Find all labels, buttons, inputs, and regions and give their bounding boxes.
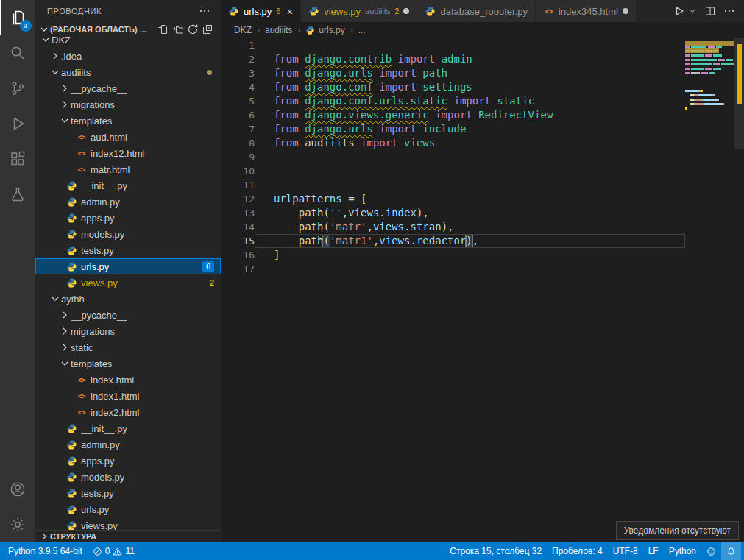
code-line-12[interactable]: 12urlpatterns = [ bbox=[221, 192, 744, 206]
activity-item-extensions[interactable] bbox=[0, 141, 35, 177]
tree-item-dkz[interactable]: DKZ bbox=[35, 37, 221, 48]
code-line-1[interactable]: 1 bbox=[221, 38, 744, 52]
tree-item-migrations[interactable]: migrations bbox=[35, 323, 221, 339]
indent-spacer bbox=[59, 277, 66, 288]
code-editor[interactable]: 12from django.contrib import admin3from … bbox=[221, 38, 744, 542]
line-number: 3 bbox=[221, 66, 255, 80]
tree-item-admin-py[interactable]: admin.py bbox=[35, 194, 221, 210]
language-mode-status[interactable]: Python bbox=[664, 542, 701, 560]
breadcrumb-item-ellipsis[interactable]: ... bbox=[358, 25, 366, 35]
code-line-7[interactable]: 7from django.urls import include bbox=[221, 122, 744, 136]
tree-item-views-py[interactable]: views.py bbox=[35, 517, 221, 530]
refresh-icon[interactable] bbox=[187, 24, 199, 35]
cursor-position-status[interactable]: Строка 15, столбец 32 bbox=[444, 542, 547, 560]
code-line-13[interactable]: 13 path('',views.index), bbox=[221, 206, 744, 220]
tree-item-views-py[interactable]: views.py2 bbox=[35, 274, 221, 291]
tab-urls-py[interactable]: urls.py6× bbox=[221, 0, 301, 22]
activity-item-account[interactable] bbox=[0, 472, 35, 507]
code-line-17[interactable]: 17 bbox=[221, 262, 744, 276]
tree-item-apps-py[interactable]: apps.py bbox=[35, 453, 221, 469]
tab-index345-html[interactable]: <>index345.html bbox=[536, 0, 637, 22]
split-editor-icon[interactable] bbox=[704, 5, 716, 17]
python-file-icon bbox=[66, 472, 77, 483]
code-line-8[interactable]: 8from audiiits import views bbox=[221, 136, 744, 150]
new-folder-icon[interactable] bbox=[172, 24, 184, 35]
minimap-highlight bbox=[685, 48, 719, 53]
indentation-status[interactable]: Пробелов: 4 bbox=[547, 542, 608, 560]
tree-item-matr-html[interactable]: <>matr.html bbox=[35, 161, 221, 177]
tree-item-aud-html[interactable]: <>aud.html bbox=[35, 129, 221, 145]
activity-item-run-debug[interactable] bbox=[0, 106, 35, 141]
tree-item-aythh[interactable]: aythh bbox=[35, 291, 221, 307]
tree-item-apps-py[interactable]: apps.py bbox=[35, 210, 221, 226]
activity-item-testing[interactable] bbox=[0, 177, 35, 212]
status-bar: Python 3.9.5 64-bit 0 11 Строка 15, стол… bbox=[0, 542, 744, 560]
problems-status[interactable]: 0 11 bbox=[88, 542, 140, 560]
feedback-button[interactable] bbox=[701, 542, 721, 560]
encoding-status[interactable]: UTF-8 bbox=[608, 542, 643, 560]
minimap[interactable] bbox=[685, 40, 734, 115]
tree-item-pycache[interactable]: __pycache__ bbox=[35, 307, 221, 323]
code-line-6[interactable]: 6from django.views.generic import Redire… bbox=[221, 108, 744, 122]
tab-bar: urls.py6×views.pyaudiiits2database_roout… bbox=[221, 0, 744, 22]
tree-item-pycache[interactable]: __pycache__ bbox=[35, 80, 221, 96]
tree-item-migrations[interactable]: migrations bbox=[35, 96, 221, 113]
code-line-9[interactable]: 9 bbox=[221, 150, 744, 164]
new-file-icon[interactable] bbox=[157, 24, 169, 35]
overview-ruler[interactable] bbox=[734, 38, 744, 542]
code-line-14[interactable]: 14 path('matr',views.stran), bbox=[221, 220, 744, 234]
tree-item-models-py[interactable]: models.py bbox=[35, 469, 221, 485]
tab-database-roouter-py[interactable]: database_roouter.py bbox=[417, 0, 536, 22]
python-interpreter-status[interactable]: Python 3.9.5 64-bit bbox=[3, 542, 88, 560]
tree-item-audiiits[interactable]: audiiits bbox=[35, 64, 221, 80]
breadcrumb-item-dkz[interactable]: DKZ bbox=[234, 25, 252, 35]
run-icon[interactable] bbox=[673, 5, 685, 17]
tree-item-tests-py[interactable]: tests.py bbox=[35, 242, 221, 258]
tree-item-index1-html[interactable]: <>index1.html bbox=[35, 388, 221, 404]
tree-item-init-py[interactable]: __init__.py bbox=[35, 420, 221, 436]
tree-item-admin-py[interactable]: admin.py bbox=[35, 436, 221, 453]
more-actions-icon[interactable] bbox=[199, 5, 210, 17]
code-line-16[interactable]: 16] bbox=[221, 248, 744, 262]
tree-item-index12-html[interactable]: <>index12.html bbox=[35, 145, 221, 161]
code-line-11[interactable]: 11 bbox=[221, 178, 744, 192]
close-icon[interactable]: × bbox=[286, 6, 293, 17]
tree-item-index2-html[interactable]: <>index2.html bbox=[35, 404, 221, 420]
code-line-15[interactable]: 15 path('matr1',views.redactor), bbox=[221, 234, 744, 248]
tree-item-label: __init__.py bbox=[81, 423, 127, 434]
code-line-3[interactable]: 3from django.urls import path bbox=[221, 66, 744, 80]
activity-item-settings[interactable] bbox=[0, 507, 35, 542]
python-file-icon bbox=[305, 26, 315, 35]
tree-item-index-html[interactable]: <>index.html bbox=[35, 372, 221, 388]
breadcrumb-item-audiiits[interactable]: audiiits bbox=[265, 25, 292, 35]
activity-item-source-control[interactable] bbox=[0, 71, 35, 106]
python-file-icon bbox=[66, 213, 77, 224]
workspace-section-header[interactable]: (РАБОЧАЯ ОБЛАСТЬ) ... bbox=[35, 22, 221, 37]
status-bar-right: Строка 15, столбец 32 Пробелов: 4 UTF-8 … bbox=[444, 542, 741, 560]
breadcrumb-item-urls-py[interactable]: urls.py bbox=[305, 25, 344, 35]
more-icon[interactable] bbox=[723, 5, 735, 17]
activity-item-search[interactable] bbox=[0, 35, 35, 71]
tree-item-models-py[interactable]: models.py bbox=[35, 226, 221, 242]
tree-item-urls-py[interactable]: urls.py6 bbox=[35, 258, 221, 274]
notifications-bell[interactable] bbox=[721, 542, 741, 560]
tab-problems-badge: 6 bbox=[276, 7, 280, 15]
activity-item-explorer[interactable]: 3 bbox=[0, 0, 35, 35]
tree-item-urls-py[interactable]: urls.py bbox=[35, 501, 221, 517]
tab-views-py[interactable]: views.pyaudiiits2 bbox=[301, 0, 417, 22]
tree-item-idea[interactable]: .idea bbox=[35, 48, 221, 64]
tree-item-init-py[interactable]: __init__.py bbox=[35, 177, 221, 194]
tree-item-tests-py[interactable]: tests.py bbox=[35, 485, 221, 501]
tree-item-static[interactable]: static bbox=[35, 339, 221, 355]
code-line-5[interactable]: 5from django.conf.urls.static import sta… bbox=[221, 94, 744, 108]
eol-status[interactable]: LF bbox=[643, 542, 664, 560]
tree-item-templates[interactable]: templates bbox=[35, 355, 221, 372]
outline-section-header[interactable]: СТРУКТУРА bbox=[35, 530, 221, 542]
code-line-2[interactable]: 2from django.contrib import admin bbox=[221, 52, 744, 66]
code-line-10[interactable]: 10 bbox=[221, 164, 744, 178]
chevron-down-icon[interactable] bbox=[688, 7, 697, 15]
tree-item-templates[interactable]: templates bbox=[35, 113, 221, 129]
tab-label: database_roouter.py bbox=[440, 6, 528, 17]
collapse-all-icon[interactable] bbox=[202, 24, 213, 35]
code-line-4[interactable]: 4from django.conf import settings bbox=[221, 80, 744, 94]
